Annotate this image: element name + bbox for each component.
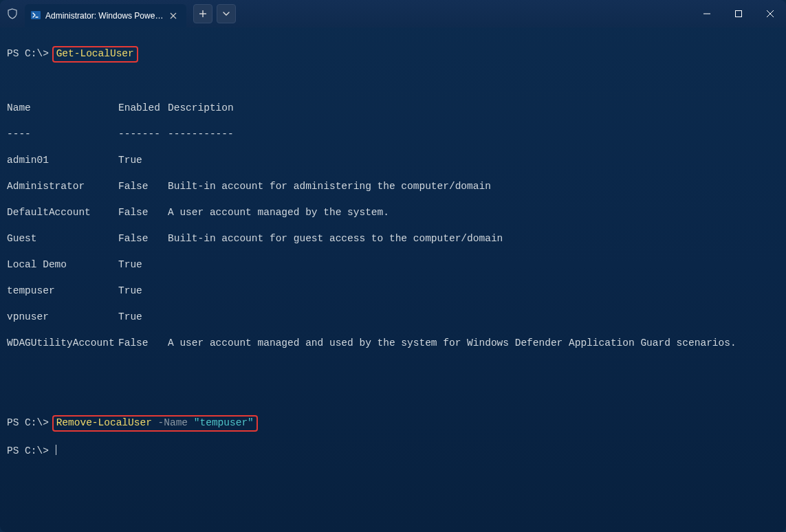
new-tab-button[interactable] [193, 4, 212, 23]
maximize-icon [735, 10, 742, 17]
cell-name: WDAGUtilityAccount [7, 337, 118, 350]
minimize-icon [703, 10, 710, 17]
close-icon [767, 10, 774, 17]
col-div: ----------- [168, 128, 234, 141]
cell-name: Local Demo [7, 258, 118, 271]
title-bar-left: Administrator: Windows Powe… [0, 0, 236, 27]
cell-description: A user account managed by the system. [168, 206, 389, 219]
svg-rect-7 [736, 11, 742, 17]
cursor [56, 445, 56, 455]
cell-name: DefaultAccount [7, 206, 118, 219]
window-controls [691, 0, 786, 27]
tab-dropdown-button[interactable] [217, 4, 236, 23]
cell-enabled: True [118, 285, 168, 298]
cell-name: admin01 [7, 154, 118, 167]
cell-enabled: True [118, 311, 168, 324]
close-window-button[interactable] [754, 0, 786, 27]
table-row: vpnuserTrue [7, 311, 779, 324]
chevron-down-icon [223, 10, 230, 17]
svg-rect-0 [31, 11, 41, 19]
title-bar[interactable]: Administrator: Windows Powe… [0, 0, 786, 27]
table-row: GuestFalseBuilt-in account for guest acc… [7, 232, 779, 245]
window: Administrator: Windows Powe… [0, 0, 786, 532]
blank-line [7, 363, 779, 376]
tab-actions [193, 4, 236, 23]
cell-enabled: True [118, 258, 168, 271]
cell-enabled: False [118, 337, 168, 350]
table-row: admin01True [7, 154, 779, 167]
table-row: AdministratorFalseBuilt-in account for a… [7, 180, 779, 193]
tab-active[interactable]: Administrator: Windows Powe… [25, 4, 186, 27]
param-name: -Name [152, 417, 194, 428]
blank-line [7, 76, 779, 89]
terminal-content[interactable]: PS C:\> Get-LocalUser NameEnabledDescrip… [0, 27, 786, 532]
cell-enabled: False [118, 180, 168, 193]
tab-close-button[interactable] [167, 10, 179, 22]
cell-enabled: True [118, 154, 168, 167]
table-row: WDAGUtilityAccountFalseA user account ma… [7, 337, 779, 350]
command-line-2: PS C:\> Remove-LocalUser -Name "tempuser… [7, 415, 779, 432]
table-row: Local DemoTrue [7, 258, 779, 271]
command-text: Get-LocalUser [56, 48, 134, 59]
prompt: PS C:\> [7, 48, 49, 59]
cell-description: A user account managed and used by the s… [168, 337, 736, 350]
minimize-button[interactable] [691, 0, 723, 27]
table-divider: ---------------------- [7, 128, 779, 141]
blank-line [7, 389, 779, 402]
param-value: "tempuser" [194, 417, 254, 428]
col-header-description: Description [168, 102, 234, 115]
col-div: ---- [7, 128, 118, 141]
cell-name: tempuser [7, 285, 118, 298]
table-header: NameEnabledDescription [7, 102, 779, 115]
table-row: tempuserTrue [7, 285, 779, 298]
close-icon [170, 12, 177, 19]
plus-icon [199, 10, 207, 18]
cell-name: Guest [7, 232, 118, 245]
title-bar-drag-area[interactable] [236, 0, 691, 27]
powershell-icon [30, 10, 41, 23]
prompt: PS C:\> [7, 445, 49, 456]
maximize-button[interactable] [723, 0, 754, 27]
table-row: DefaultAccountFalseA user account manage… [7, 206, 779, 219]
cell-name: vpnuser [7, 311, 118, 324]
highlight-box-2: Remove-LocalUser -Name "tempuser" [52, 415, 258, 432]
uac-shield-icon [0, 0, 25, 27]
col-header-name: Name [7, 102, 118, 115]
cell-description: Built-in account for administering the c… [168, 180, 491, 193]
col-div: ------- [118, 128, 168, 141]
command-line-3: PS C:\> [7, 445, 779, 458]
command-line-1: PS C:\> Get-LocalUser [7, 46, 779, 63]
cmdlet: Remove-LocalUser [56, 417, 152, 428]
cell-enabled: False [118, 206, 168, 219]
col-header-enabled: Enabled [118, 102, 168, 115]
cell-description: Built-in account for guest access to the… [168, 232, 503, 245]
cell-name: Administrator [7, 180, 118, 193]
highlight-box-1: Get-LocalUser [52, 46, 138, 63]
cell-enabled: False [118, 232, 168, 245]
tab-title: Administrator: Windows Powe… [45, 11, 163, 21]
prompt: PS C:\> [7, 417, 49, 428]
